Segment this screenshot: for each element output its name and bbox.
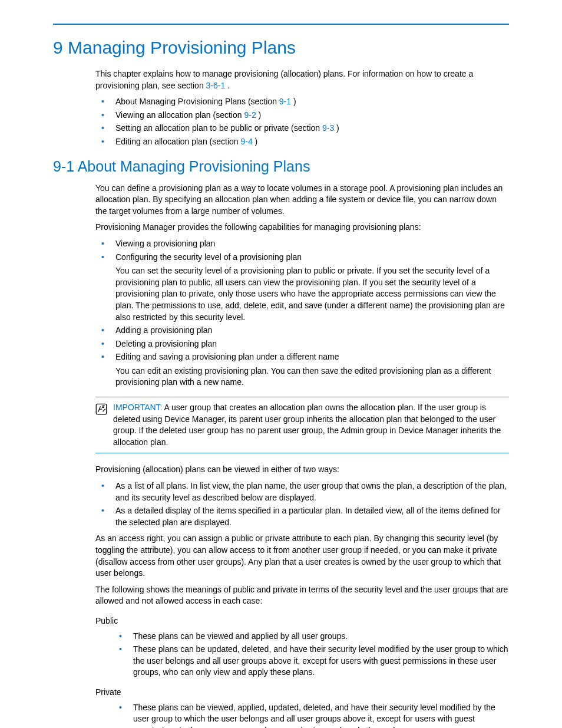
- toc-text: Setting an allocation plan to be public …: [115, 123, 322, 133]
- chapter-heading: 9 Managing Provisioning Plans: [53, 35, 509, 60]
- toc-text: Viewing an allocation plan (section: [115, 110, 244, 120]
- toc-text: Editing an allocation plan (section: [115, 137, 240, 146]
- important-note: IMPORTANT: A user group that creates an …: [95, 397, 509, 453]
- list-item-title: Editing and saving a provisioning plan u…: [115, 352, 339, 361]
- toc-item: About Managing Provisioning Plans (secti…: [95, 96, 509, 108]
- toc-after: ): [291, 97, 296, 106]
- list-item: These plans can be updated, deleted, and…: [113, 644, 509, 678]
- intro-paragraph: This chapter explains how to manage prov…: [95, 68, 509, 91]
- toc-text: About Managing Provisioning Plans (secti…: [115, 97, 279, 106]
- link-3-6-1[interactable]: 3-6-1: [206, 81, 226, 90]
- link-9-2[interactable]: 9-2: [244, 110, 256, 120]
- link-9-1[interactable]: 9-1: [279, 97, 291, 106]
- paragraph: Provisioning (allocation) plans can be v…: [95, 464, 509, 476]
- list-item: Deleting a provisioning plan: [95, 338, 509, 350]
- list-item: Viewing a provisioning plan: [95, 238, 509, 250]
- paragraph: The following shows the meanings of publ…: [95, 584, 509, 607]
- important-text: IMPORTANT: A user group that creates an …: [113, 402, 509, 448]
- toc-after: ): [253, 137, 258, 146]
- section-heading: 9-1 About Managing Provisioning Plans: [53, 156, 509, 177]
- list-item: Adding a provisioning plan: [95, 325, 509, 337]
- document-page: 9 Managing Provisioning Plans This chapt…: [0, 0, 562, 728]
- private-label: Private: [95, 687, 509, 699]
- link-9-3[interactable]: 9-3: [322, 123, 334, 133]
- link-9-4[interactable]: 9-4: [240, 137, 252, 146]
- toc-item: Editing an allocation plan (section 9-4 …: [95, 136, 509, 148]
- toc-item: Viewing an allocation plan (section 9-2 …: [95, 110, 509, 121]
- important-icon: [95, 403, 107, 415]
- top-border: [53, 24, 509, 25]
- private-list: These plans can be viewed, applied, upda…: [113, 702, 509, 728]
- list-item: Configuring the security level of a prov…: [95, 252, 509, 324]
- toc-item: Setting an allocation plan to be public …: [95, 123, 509, 134]
- paragraph: Provisioning Manager provides the follow…: [95, 222, 509, 233]
- list-item: As a list of all plans. In list view, th…: [95, 480, 509, 503]
- intro-block: This chapter explains how to manage prov…: [95, 68, 509, 148]
- intro-text: This chapter explains how to manage prov…: [95, 69, 473, 90]
- toc-after: ): [334, 123, 339, 133]
- toc-after: ): [256, 110, 262, 120]
- important-body: A user group that creates an allocation …: [113, 403, 501, 447]
- important-label: IMPORTANT:: [113, 403, 163, 412]
- list-item: Editing and saving a provisioning plan u…: [95, 351, 509, 388]
- list-item-sub: You can set the security level of a prov…: [115, 265, 509, 323]
- intro-after: .: [225, 81, 230, 90]
- paragraph: You can define a provisioning plan as a …: [95, 183, 509, 218]
- section-body: You can define a provisioning plan as a …: [95, 183, 509, 728]
- public-list: These plans can be viewed and applied by…: [113, 631, 509, 678]
- paragraph: As an access right, you can assign a pub…: [95, 533, 509, 579]
- capabilities-list: Viewing a provisioning plan Configuring …: [95, 238, 509, 388]
- views-list: As a list of all plans. In list view, th…: [95, 480, 509, 528]
- list-item-sub: You can edit an existing provisioning pl…: [115, 365, 509, 388]
- list-item-title: Configuring the security level of a prov…: [115, 252, 302, 262]
- list-item: As a detailed display of the items speci…: [95, 505, 509, 528]
- toc-list: About Managing Provisioning Plans (secti…: [95, 96, 509, 147]
- public-label: Public: [95, 615, 509, 627]
- list-item: These plans can be viewed and applied by…: [113, 631, 509, 643]
- list-item: These plans can be viewed, applied, upda…: [113, 702, 509, 728]
